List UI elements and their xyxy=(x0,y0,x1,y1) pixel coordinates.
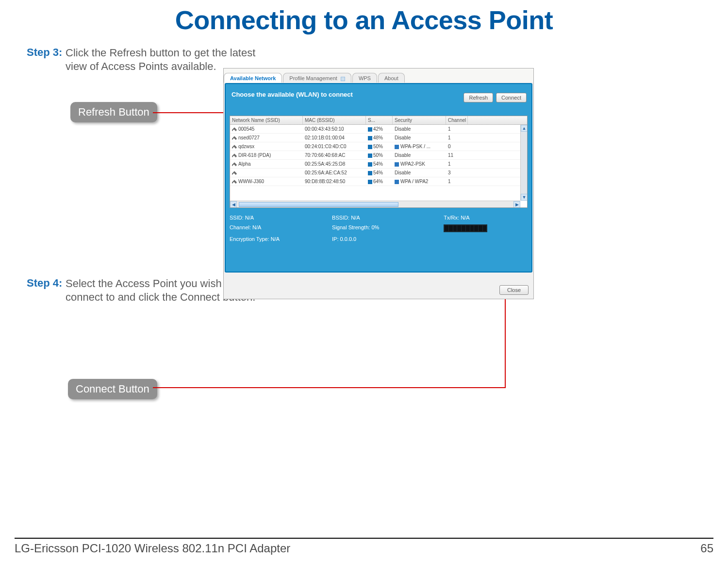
tab-profile[interactable]: Profile Management xyxy=(283,73,351,83)
footer: LG-Ericsson PCI-1020 Wireless 802.11n PC… xyxy=(15,538,713,555)
wifi-icon xyxy=(232,162,237,166)
wifi-icon xyxy=(232,171,237,175)
refresh-button[interactable]: Refresh xyxy=(463,93,493,102)
horizontal-scrollbar[interactable]: ◀ ▶ xyxy=(230,201,520,207)
scroll-left-icon[interactable]: ◀ xyxy=(230,201,237,208)
lock-icon xyxy=(395,180,399,184)
footer-product: LG-Ericsson PCI-1020 Wireless 802.11n PC… xyxy=(15,542,290,555)
scroll-right-icon[interactable]: ▶ xyxy=(513,201,520,208)
network-list: Network Name (SSID) MAC (BSSID) S... Sec… xyxy=(230,116,528,208)
table-row[interactable]: 00:25:6A:AE:CA:5254%Disable3 xyxy=(230,169,527,177)
tab-profile-label: Profile Management xyxy=(289,75,337,81)
status-area: SSID: N/A BSSID: N/A Tx/Rx: N/A Channel:… xyxy=(230,215,528,242)
col-channel[interactable]: Channel xyxy=(446,116,468,124)
wifi-icon xyxy=(232,180,237,184)
action-buttons: Refresh Connect xyxy=(463,93,527,102)
tab-about[interactable]: About xyxy=(378,73,405,83)
signal-icon xyxy=(368,127,372,132)
wifi-icon xyxy=(232,154,237,157)
step3-label: Step 3: xyxy=(27,46,66,73)
callout-connect: Connect Button xyxy=(68,379,157,399)
signal-icon xyxy=(368,162,372,167)
status-strength: Signal Strength: 0% xyxy=(332,224,444,232)
signal-icon xyxy=(368,180,372,184)
tab-available[interactable]: Available Network xyxy=(224,73,282,83)
col-signal[interactable]: S... xyxy=(366,116,393,124)
signal-icon xyxy=(368,154,372,158)
status-strength-label: Signal Strength: 0% xyxy=(332,224,379,230)
scroll-thumb[interactable] xyxy=(239,202,398,207)
footer-page: 65 xyxy=(700,542,713,555)
scroll-up-icon[interactable]: ▲ xyxy=(521,125,528,132)
table-row[interactable]: 00054500:00:43:43:50:1042%Disable1 xyxy=(230,125,527,134)
table-row[interactable]: WWW-J36090:D8:8B:02:48:5064%WPA / WPA21 xyxy=(230,177,527,186)
wifi-icon xyxy=(232,145,237,149)
network-list-body: 00054500:00:43:43:50:1042%Disable1nsed07… xyxy=(230,125,527,186)
scroll-down-icon[interactable]: ▼ xyxy=(521,194,528,201)
col-security[interactable]: Security xyxy=(393,116,446,124)
callout-refresh: Refresh Button xyxy=(70,102,157,122)
wifi-icon xyxy=(232,127,237,131)
chevron-down-icon[interactable] xyxy=(341,77,345,81)
lock-icon xyxy=(395,145,399,149)
lock-icon xyxy=(395,162,399,167)
signal-icon xyxy=(368,145,372,149)
signal-bars-icon xyxy=(444,224,487,232)
connect-button[interactable]: Connect xyxy=(496,93,527,102)
status-channel: Channel: N/A xyxy=(230,224,332,232)
status-txrx: Tx/Rx: N/A xyxy=(444,215,528,221)
step4-label: Step 4: xyxy=(27,277,66,304)
status-bssid: BSSID: N/A xyxy=(332,215,444,221)
status-enc: Encryption Type: N/A xyxy=(230,236,332,242)
table-row[interactable]: qdzwsx00:24:01:C0:4D:C050%WPA-PSK / ...0 xyxy=(230,142,527,151)
table-row[interactable]: Alpha00:25:5A:45:25:D854%WPA2-PSK1 xyxy=(230,160,527,169)
table-row[interactable]: nsed072702:10:1B:01:00:0448%Disable1 xyxy=(230,134,527,142)
table-row[interactable]: DIR-618 (PDA)70:70:66:40:68:AC50%Disable… xyxy=(230,151,527,160)
vertical-scrollbar[interactable]: ▲ ▼ xyxy=(520,125,527,201)
tab-bar: Available Network Profile Management WPS… xyxy=(224,68,533,82)
close-button[interactable]: Close xyxy=(499,285,529,295)
col-mac[interactable]: MAC (BSSID) xyxy=(303,116,366,124)
tab-wps[interactable]: WPS xyxy=(352,73,377,83)
status-ssid: SSID: N/A xyxy=(230,215,332,221)
col-ssid[interactable]: Network Name (SSID) xyxy=(230,116,303,124)
wifi-icon xyxy=(232,136,237,140)
signal-icon xyxy=(368,171,372,175)
wifi-utility-window: Available Network Profile Management WPS… xyxy=(223,68,534,299)
available-networks-panel: Choose the available (WLAN) to connect R… xyxy=(225,83,532,273)
page-title: Connecting to an Access Point xyxy=(0,5,728,35)
network-list-header: Network Name (SSID) MAC (BSSID) S... Sec… xyxy=(230,116,527,125)
signal-icon xyxy=(368,136,372,140)
status-ip: IP: 0.0.0.0 xyxy=(332,236,444,242)
